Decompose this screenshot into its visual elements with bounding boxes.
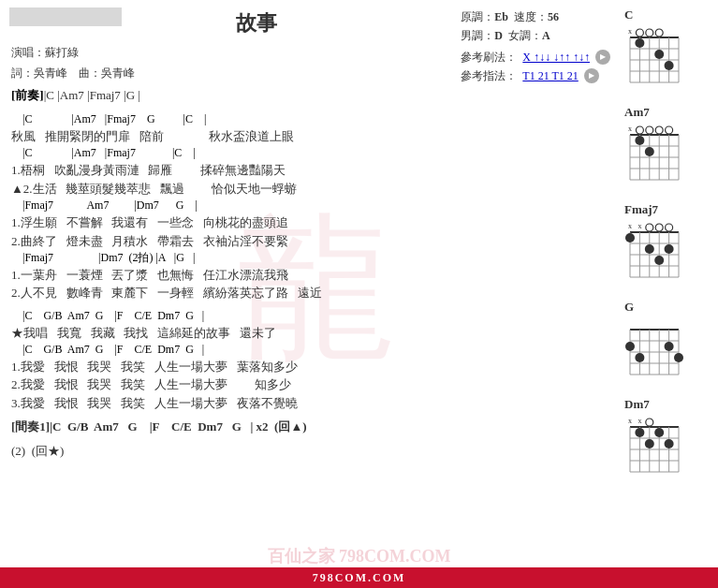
svg-point-16 xyxy=(635,38,644,48)
svg-text:x: x xyxy=(637,417,641,425)
lyric-line: 2.曲終了 燈未盡 月積水 帶霜去 衣袖沾淫不要緊 xyxy=(11,232,604,251)
svg-point-52 xyxy=(666,224,673,231)
chord-line: |C |Am7 |Fmaj7 |C | xyxy=(11,145,604,161)
svg-point-13 xyxy=(636,29,643,37)
svg-text:x: x xyxy=(628,125,632,133)
svg-point-53 xyxy=(625,233,635,243)
svg-point-55 xyxy=(654,256,664,265)
watermark-text: 百仙之家 798COM.COM xyxy=(268,545,451,567)
search-input[interactable] xyxy=(9,7,122,26)
lyric-line: 秋風 推開緊閉的門扉 陪前 秋水盃浪道上眼 xyxy=(11,127,604,146)
chord-svg-Am7: x xyxy=(621,122,688,189)
svg-point-36 xyxy=(645,147,654,156)
chord-line: |Fmaj7 |Dm7 (2拍) |A |G | xyxy=(11,250,604,266)
lyric-line: 2.人不見 數峰青 東麓下 一身輕 繽紛落英忘了路 遠近 xyxy=(11,284,604,302)
svg-text:x: x xyxy=(637,222,641,230)
lyric-line: 2.我愛 我恨 我哭 我笑 人生一場大夢 知多少 xyxy=(11,375,604,394)
svg-point-71 xyxy=(674,353,683,362)
svg-point-69 xyxy=(635,353,644,362)
prelude-section: [前奏]|C |Am7 |Fmaj7 |G | xyxy=(11,87,604,104)
svg-point-50 xyxy=(646,224,653,231)
composer-name: 吳青峰 xyxy=(101,66,135,80)
chord-svg-C: x xyxy=(621,24,688,92)
svg-point-18 xyxy=(665,61,674,70)
svg-point-33 xyxy=(655,126,663,134)
chord-diagram-C: C x xyxy=(621,7,712,92)
chord-line: |C G/B Am7 G |F C/E Dm7 G | xyxy=(11,342,604,358)
svg-point-54 xyxy=(645,244,654,254)
song-title: 故事 xyxy=(236,11,277,35)
svg-text:x: x xyxy=(628,222,632,230)
chord-diagram-Am7: Am7 x xyxy=(621,105,712,189)
svg-point-15 xyxy=(655,29,663,37)
lyric-line: (2) (回★) xyxy=(11,442,604,461)
chord-diagram-G: G xyxy=(621,300,712,384)
chord-svg-Dm7: x x xyxy=(621,414,688,481)
bottom-bar-text: 798COM.COM xyxy=(313,571,406,585)
svg-point-68 xyxy=(625,342,635,351)
svg-point-14 xyxy=(646,29,653,37)
svg-point-31 xyxy=(636,126,643,134)
lyric-line: ★我唱 我寬 我藏 我找 這綿延的故事 還未了 xyxy=(11,324,604,343)
svg-point-51 xyxy=(655,224,663,231)
svg-point-17 xyxy=(654,50,664,59)
prelude-chords: |C |Am7 |Fmaj7 |G | xyxy=(44,88,140,102)
svg-text:x: x xyxy=(628,27,632,36)
singer-info: 演唱：蘇打綠 詞：吳青峰 曲：吳青峰 xyxy=(11,43,604,83)
svg-text:x: x xyxy=(628,417,632,425)
song-body: |C |Am7 |Fmaj7 G |C |秋風 推開緊閉的門扉 陪前 秋水盃浪道… xyxy=(11,111,604,460)
svg-point-86 xyxy=(654,428,664,437)
bottom-bar: 798COM.COM xyxy=(0,567,718,588)
chord-diagrams-panel: C x xyxy=(615,0,718,502)
chord-diagram-Fmaj7: Fmaj7 x x xyxy=(621,202,712,287)
svg-point-87 xyxy=(635,428,644,437)
lyric-line: 1.一葉舟 一蓑煙 丟了漿 也無悔 任江水漂流我飛 xyxy=(11,266,604,285)
svg-point-32 xyxy=(646,126,653,134)
chord-line: |C |Am7 |Fmaj7 G |C | xyxy=(11,111,604,127)
chord-diagram-Dm7: Dm7 x x xyxy=(621,397,712,481)
section-line: [間奏1]|C G/B Am7 G |F C/E Dm7 G | x2 (回▲) xyxy=(11,418,604,436)
singer-name: 蘇打綠 xyxy=(45,46,79,59)
chord-svg-G xyxy=(621,316,688,384)
svg-point-88 xyxy=(645,439,654,448)
svg-point-34 xyxy=(666,126,673,134)
svg-point-89 xyxy=(665,439,674,448)
chord-line: |Fmaj7 Am7 |Dm7 G | xyxy=(11,198,604,213)
lyric-line: ▲2.生活 幾莖頭髮幾萃悲 飄過 恰似天地一蜉蝣 xyxy=(11,180,604,198)
prelude-label: [前奏] xyxy=(11,88,44,102)
chord-line: |C G/B Am7 G |F C/E Dm7 G | xyxy=(11,308,604,324)
lyric-line: 1.我愛 我恨 我哭 我笑 人生一場大夢 葉落知多少 xyxy=(11,358,604,376)
svg-point-56 xyxy=(665,244,674,254)
lyric-line: 3.我愛 我恨 我哭 我笑 人生一場大夢 夜落不覺曉 xyxy=(11,394,604,413)
svg-point-70 xyxy=(665,342,674,351)
lyricist-name: 吳青峰 xyxy=(34,66,67,80)
lyric-line: 1.梧桐 吹亂漫身黃雨漣 歸雁 揉碎無邊豔陽天 xyxy=(11,161,604,180)
svg-point-85 xyxy=(646,419,653,426)
svg-point-35 xyxy=(635,136,644,145)
lyric-line: 1.浮生願 不嘗解 我還有 一些念 向桃花的盡頭追 xyxy=(11,213,604,232)
chord-svg-Fmaj7: x x xyxy=(621,219,688,287)
